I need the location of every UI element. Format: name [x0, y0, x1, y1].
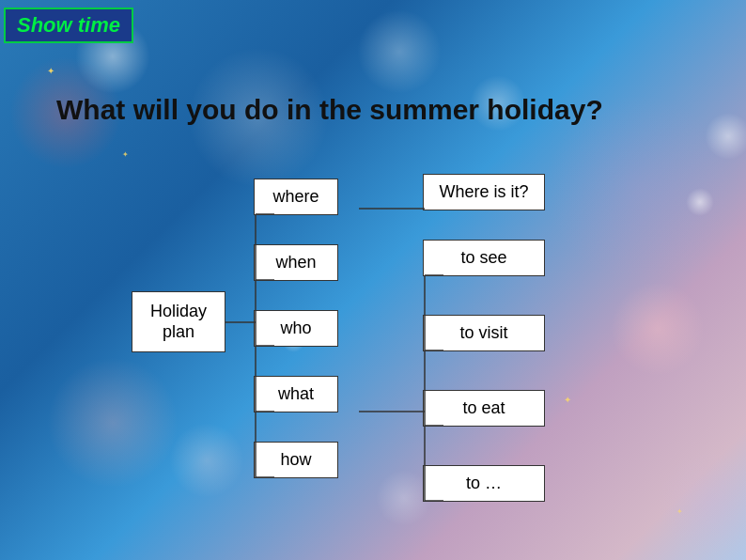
- diagram: Holiday plan where when who what how Whe…: [75, 169, 658, 560]
- connector-lines: [75, 169, 639, 560]
- page-title: What will you do in the summer holiday?: [56, 94, 603, 126]
- show-time-label: Show time: [17, 13, 120, 37]
- show-time-badge: Show time: [4, 8, 133, 43]
